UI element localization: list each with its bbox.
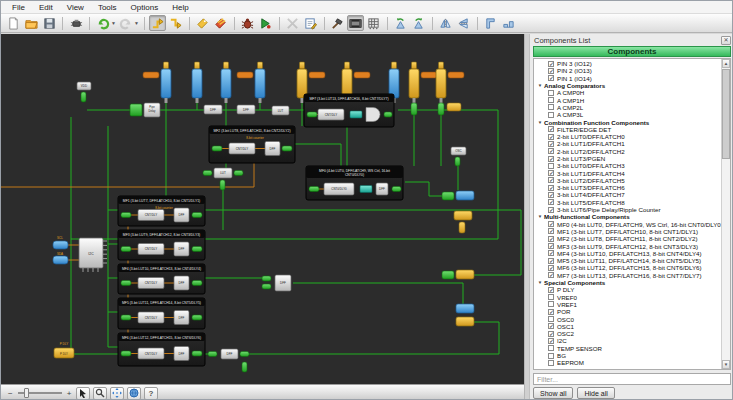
collapse-icon[interactable]: ▼ [536,120,544,125]
component-row[interactable]: A CMP2L [534,104,721,111]
component-checkbox[interactable]: ✓ [548,141,554,147]
select-cursor-button[interactable] [76,387,90,400]
component-checkbox[interactable]: ✓ [548,134,554,140]
io-pin[interactable] [221,69,231,98]
component-row[interactable]: ✓MF6 (3-bit LUT12, DFF/LATCH15, 8-bit CN… [534,264,721,271]
help-button[interactable]: ? [144,387,158,400]
component-row[interactable]: EEPROM [534,359,721,366]
collapse-icon[interactable]: ▼ [536,280,544,285]
pin-connector[interactable] [309,72,325,78]
menu-tools[interactable]: Tools [91,2,124,13]
connector-pill[interactable] [192,281,202,286]
io-pin[interactable] [409,69,419,98]
component-row[interactable]: ✓MF7 (3-bit LUT13, DFF/LATCH16, 8-bit CN… [534,272,721,279]
component-row[interactable]: ✓2-bit LUT0/DFF/LATCH0 [534,133,721,140]
scroll-down-icon[interactable]: ▼ [722,360,730,369]
scl-pin[interactable] [53,241,68,249]
component-group-row[interactable]: ▼Combination Function Components [534,118,721,125]
menu-options[interactable]: Options [124,2,166,13]
io-pin[interactable] [192,69,202,98]
mf-panel[interactable]: MF7 (3-bit LUT13, DFF/LATCH16, 8-bit CNT… [304,94,394,127]
connector-pill[interactable] [121,315,131,320]
connector-pill[interactable] [442,192,454,200]
component-row[interactable]: TEMP SENSOR [534,345,721,352]
component-checkbox[interactable]: ✓ [548,250,554,256]
component-checkbox[interactable]: ✓ [548,75,554,81]
components-scrollbar[interactable]: ▲ ▼ [721,59,730,369]
connector-pill[interactable] [240,352,249,357]
scrollbar-thumb[interactable] [722,69,730,159]
connector-pill[interactable] [121,247,131,252]
component-row[interactable]: ✓MF3 (3-bit LUT9, DFF/LATCH12, 8-bit CNT… [534,242,721,249]
redo-button[interactable] [117,15,134,31]
component-row[interactable]: ✓FILTER/EDGE DET [534,126,721,133]
scroll-up-icon[interactable]: ▲ [722,59,730,68]
flip-vertical-button[interactable] [437,15,454,31]
pin-connector[interactable] [421,72,437,78]
component-row[interactable]: ✓POR [534,308,721,315]
connector-pill[interactable] [309,187,319,192]
hide-all-button[interactable]: Hide all [577,387,614,399]
connector-pill[interactable] [192,213,202,218]
debug-bug-button[interactable] [239,15,256,31]
component-row[interactable]: ✓3-bit LUT1/DFF/LATCH4 [534,169,721,176]
component-checkbox[interactable]: ✓ [548,148,554,154]
rules-check-button[interactable] [302,15,319,31]
schematic-canvas[interactable]: MF7 (3-bit LUT13, DFF/LATCH16, 8-bit CNT… [1,34,524,384]
component-checkbox[interactable] [548,112,554,118]
align-edge-button[interactable] [500,15,517,31]
component-checkbox[interactable]: ✓ [548,287,554,293]
connector-pill[interactable] [455,157,460,166]
collapse-icon[interactable]: ▼ [536,214,544,219]
component-row[interactable]: ✓3-bit LUT4/DFF/LATCH7 [534,191,721,198]
component-row[interactable]: ✓P DLY [534,286,721,293]
component-row[interactable]: OSC0 [534,315,721,322]
collapse-icon[interactable]: ▼ [536,83,544,88]
connector-pill[interactable] [242,362,247,372]
component-row[interactable]: ✓MF4 (3-bit LUT10, DFF/LATCH13, 8-bit CN… [534,250,721,257]
connector-pill[interactable] [121,281,131,286]
component-group-row[interactable]: ▼Multi-functional Components [534,213,721,220]
align-corner-button[interactable] [482,15,499,31]
close-icon[interactable]: ✕ [721,36,731,45]
component-row[interactable]: ✓OSC2 [534,330,721,337]
connector-pill[interactable] [234,171,243,176]
component-checkbox[interactable]: ✓ [548,126,554,132]
chip-settings-button[interactable] [68,15,85,31]
connector-pill[interactable] [121,351,131,356]
component-row[interactable]: ✓MF0 (4-bit LUT0, DFF/LATCH9, WS Ctrl, 1… [534,221,721,228]
pin-connector[interactable] [354,72,370,78]
component-row[interactable]: 3-bit LUT0/DFF/LATCH3 [534,162,721,169]
component-checkbox[interactable] [548,301,554,307]
component-row[interactable]: BG [534,352,721,359]
component-checkbox[interactable]: ✓ [548,258,554,264]
component-checkbox[interactable]: ✓ [548,243,554,249]
menu-edit[interactable]: Edit [32,2,60,13]
zoom-slider-handle[interactable] [24,388,29,398]
wire-route-button[interactable] [149,15,166,31]
io-pin[interactable] [436,69,446,98]
label-tag-striped-button[interactable] [212,15,229,31]
output-pin[interactable] [456,270,474,279]
pin-pad[interactable] [459,222,465,233]
pin-connector[interactable] [143,72,159,78]
component-checkbox[interactable] [548,345,554,351]
new-file-button[interactable] [5,15,22,31]
components-list-titlebar[interactable]: Components List ✕ [530,34,733,45]
output-pin[interactable] [456,317,474,326]
show-all-button[interactable]: Show all [533,387,573,399]
menu-view[interactable]: View [60,2,91,13]
component-checkbox[interactable] [548,104,554,110]
connector-pill[interactable] [442,271,454,279]
pin-pad[interactable] [411,103,417,115]
connector-pill[interactable] [81,92,86,102]
pin-pad[interactable] [438,103,444,115]
sda-pin[interactable] [53,256,68,264]
component-row[interactable]: ✓3-bit LUT5/DFF/LATCH8 [534,199,721,206]
component-row[interactable]: ✓2-bit LUT1/DFF/LATCH1 [534,140,721,147]
yellow-block[interactable] [447,103,461,111]
connector-pill[interactable] [192,351,202,356]
zoom-slider[interactable] [18,392,62,394]
component-checkbox[interactable] [548,316,554,322]
zoom-tool-button[interactable] [93,387,107,400]
